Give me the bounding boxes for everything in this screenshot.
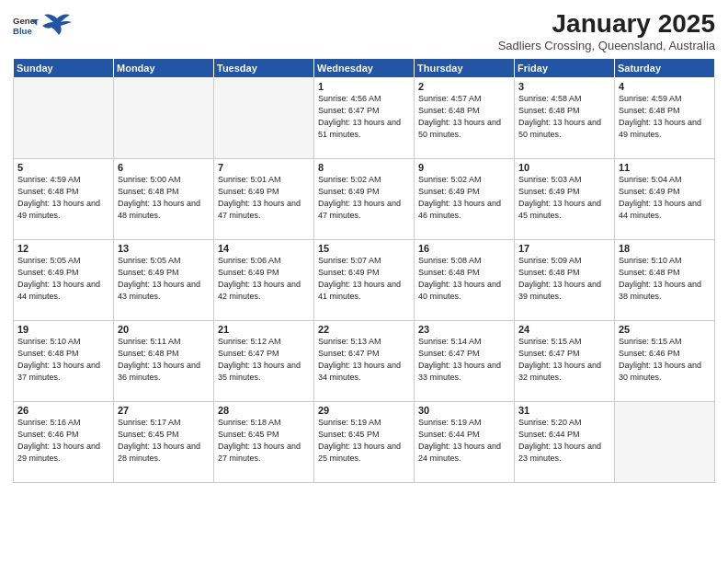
calendar-cell: 28Sunrise: 5:18 AMSunset: 6:45 PMDayligh…	[214, 402, 314, 483]
calendar-cell: 15Sunrise: 5:07 AMSunset: 6:49 PMDayligh…	[314, 240, 415, 321]
calendar-cell: 2Sunrise: 4:57 AMSunset: 6:48 PMDaylight…	[415, 78, 515, 159]
day-number: 17	[518, 243, 611, 254]
calendar-cell	[114, 78, 214, 159]
logo-bird-icon	[40, 9, 74, 42]
day-info: Sunrise: 5:06 AMSunset: 6:49 PMDaylight:…	[218, 255, 311, 303]
day-number: 23	[418, 324, 511, 335]
calendar-cell: 1Sunrise: 4:56 AMSunset: 6:47 PMDaylight…	[314, 78, 415, 159]
day-info: Sunrise: 5:13 AMSunset: 6:47 PMDaylight:…	[318, 336, 411, 384]
calendar-cell: 11Sunrise: 5:04 AMSunset: 6:49 PMDayligh…	[615, 159, 715, 240]
day-info: Sunrise: 4:59 AMSunset: 6:48 PMDaylight:…	[17, 174, 110, 222]
calendar-cell: 9Sunrise: 5:02 AMSunset: 6:49 PMDaylight…	[415, 159, 515, 240]
week-row-4: 19Sunrise: 5:10 AMSunset: 6:48 PMDayligh…	[14, 321, 715, 402]
day-number: 27	[118, 405, 210, 416]
logo: General Blue	[13, 9, 74, 42]
day-number: 20	[118, 324, 210, 335]
day-number: 5	[17, 162, 110, 173]
day-header-friday: Friday	[515, 59, 615, 78]
day-info: Sunrise: 5:09 AMSunset: 6:48 PMDaylight:…	[518, 255, 611, 303]
day-number: 31	[518, 405, 611, 416]
day-number: 15	[318, 243, 411, 254]
week-row-2: 5Sunrise: 4:59 AMSunset: 6:48 PMDaylight…	[14, 159, 715, 240]
day-info: Sunrise: 5:05 AMSunset: 6:49 PMDaylight:…	[17, 255, 110, 303]
day-header-sunday: Sunday	[14, 59, 114, 78]
day-number: 30	[418, 405, 511, 416]
day-header-wednesday: Wednesday	[314, 59, 415, 78]
day-number: 10	[518, 162, 611, 173]
calendar-cell: 22Sunrise: 5:13 AMSunset: 6:47 PMDayligh…	[314, 321, 415, 402]
calendar-cell: 6Sunrise: 5:00 AMSunset: 6:48 PMDaylight…	[114, 159, 214, 240]
calendar-cell	[214, 78, 314, 159]
calendar-table: SundayMondayTuesdayWednesdayThursdayFrid…	[13, 58, 715, 483]
day-number: 29	[318, 405, 411, 416]
day-number: 26	[17, 405, 110, 416]
week-row-1: 1Sunrise: 4:56 AMSunset: 6:47 PMDaylight…	[14, 78, 715, 159]
day-number: 14	[218, 243, 311, 254]
day-number: 21	[218, 324, 311, 335]
day-number: 22	[318, 324, 411, 335]
calendar-cell	[14, 78, 114, 159]
days-header-row: SundayMondayTuesdayWednesdayThursdayFrid…	[14, 59, 715, 78]
calendar-cell: 4Sunrise: 4:59 AMSunset: 6:48 PMDaylight…	[615, 78, 715, 159]
day-info: Sunrise: 4:59 AMSunset: 6:48 PMDaylight:…	[619, 93, 711, 141]
svg-text:Blue: Blue	[13, 26, 32, 36]
title-block: January 2025 Sadliers Crossing, Queensla…	[498, 9, 715, 52]
day-number: 9	[418, 162, 511, 173]
calendar-cell: 23Sunrise: 5:14 AMSunset: 6:47 PMDayligh…	[415, 321, 515, 402]
calendar-title: January 2025	[498, 9, 715, 39]
week-row-5: 26Sunrise: 5:16 AMSunset: 6:46 PMDayligh…	[14, 402, 715, 483]
day-header-saturday: Saturday	[615, 59, 715, 78]
day-info: Sunrise: 4:56 AMSunset: 6:47 PMDaylight:…	[318, 93, 411, 141]
day-info: Sunrise: 5:15 AMSunset: 6:47 PMDaylight:…	[518, 336, 611, 384]
day-info: Sunrise: 5:20 AMSunset: 6:44 PMDaylight:…	[518, 417, 611, 465]
day-info: Sunrise: 5:19 AMSunset: 6:44 PMDaylight:…	[418, 417, 511, 465]
calendar-cell: 14Sunrise: 5:06 AMSunset: 6:49 PMDayligh…	[214, 240, 314, 321]
day-info: Sunrise: 5:07 AMSunset: 6:49 PMDaylight:…	[318, 255, 411, 303]
day-info: Sunrise: 5:10 AMSunset: 6:48 PMDaylight:…	[17, 336, 110, 384]
day-info: Sunrise: 5:02 AMSunset: 6:49 PMDaylight:…	[418, 174, 511, 222]
logo-icon: General Blue	[13, 13, 39, 39]
page: General Blue January 2025 Sadliers Cross…	[0, 0, 728, 563]
day-info: Sunrise: 5:05 AMSunset: 6:49 PMDaylight:…	[118, 255, 210, 303]
day-info: Sunrise: 5:03 AMSunset: 6:49 PMDaylight:…	[518, 174, 611, 222]
day-info: Sunrise: 5:08 AMSunset: 6:48 PMDaylight:…	[418, 255, 511, 303]
day-info: Sunrise: 4:57 AMSunset: 6:48 PMDaylight:…	[418, 93, 511, 141]
calendar-cell: 24Sunrise: 5:15 AMSunset: 6:47 PMDayligh…	[515, 321, 615, 402]
day-info: Sunrise: 5:18 AMSunset: 6:45 PMDaylight:…	[218, 417, 311, 465]
calendar-cell: 13Sunrise: 5:05 AMSunset: 6:49 PMDayligh…	[114, 240, 214, 321]
calendar-cell: 16Sunrise: 5:08 AMSunset: 6:48 PMDayligh…	[415, 240, 515, 321]
calendar-subtitle: Sadliers Crossing, Queensland, Australia	[498, 39, 715, 52]
day-number: 3	[518, 81, 611, 92]
calendar-cell: 27Sunrise: 5:17 AMSunset: 6:45 PMDayligh…	[114, 402, 214, 483]
day-number: 7	[218, 162, 311, 173]
day-number: 24	[518, 324, 611, 335]
calendar-cell: 26Sunrise: 5:16 AMSunset: 6:46 PMDayligh…	[14, 402, 114, 483]
calendar-cell: 7Sunrise: 5:01 AMSunset: 6:49 PMDaylight…	[214, 159, 314, 240]
day-info: Sunrise: 5:02 AMSunset: 6:49 PMDaylight:…	[318, 174, 411, 222]
day-header-thursday: Thursday	[415, 59, 515, 78]
day-number: 28	[218, 405, 311, 416]
calendar-cell: 25Sunrise: 5:15 AMSunset: 6:46 PMDayligh…	[615, 321, 715, 402]
day-info: Sunrise: 5:19 AMSunset: 6:45 PMDaylight:…	[318, 417, 411, 465]
day-number: 16	[418, 243, 511, 254]
day-number: 11	[619, 162, 711, 173]
day-info: Sunrise: 5:01 AMSunset: 6:49 PMDaylight:…	[218, 174, 311, 222]
day-info: Sunrise: 5:10 AMSunset: 6:48 PMDaylight:…	[619, 255, 711, 303]
day-number: 19	[17, 324, 110, 335]
day-info: Sunrise: 5:04 AMSunset: 6:49 PMDaylight:…	[619, 174, 711, 222]
calendar-cell: 10Sunrise: 5:03 AMSunset: 6:49 PMDayligh…	[515, 159, 615, 240]
calendar-cell: 31Sunrise: 5:20 AMSunset: 6:44 PMDayligh…	[515, 402, 615, 483]
day-number: 12	[17, 243, 110, 254]
header: General Blue January 2025 Sadliers Cross…	[13, 9, 715, 52]
week-row-3: 12Sunrise: 5:05 AMSunset: 6:49 PMDayligh…	[14, 240, 715, 321]
calendar-cell: 29Sunrise: 5:19 AMSunset: 6:45 PMDayligh…	[314, 402, 415, 483]
calendar-cell	[615, 402, 715, 483]
calendar-cell: 12Sunrise: 5:05 AMSunset: 6:49 PMDayligh…	[14, 240, 114, 321]
calendar-cell: 5Sunrise: 4:59 AMSunset: 6:48 PMDaylight…	[14, 159, 114, 240]
day-info: Sunrise: 4:58 AMSunset: 6:48 PMDaylight:…	[518, 93, 611, 141]
calendar-cell: 21Sunrise: 5:12 AMSunset: 6:47 PMDayligh…	[214, 321, 314, 402]
calendar-cell: 8Sunrise: 5:02 AMSunset: 6:49 PMDaylight…	[314, 159, 415, 240]
day-info: Sunrise: 5:12 AMSunset: 6:47 PMDaylight:…	[218, 336, 311, 384]
day-info: Sunrise: 5:00 AMSunset: 6:48 PMDaylight:…	[118, 174, 210, 222]
day-number: 2	[418, 81, 511, 92]
